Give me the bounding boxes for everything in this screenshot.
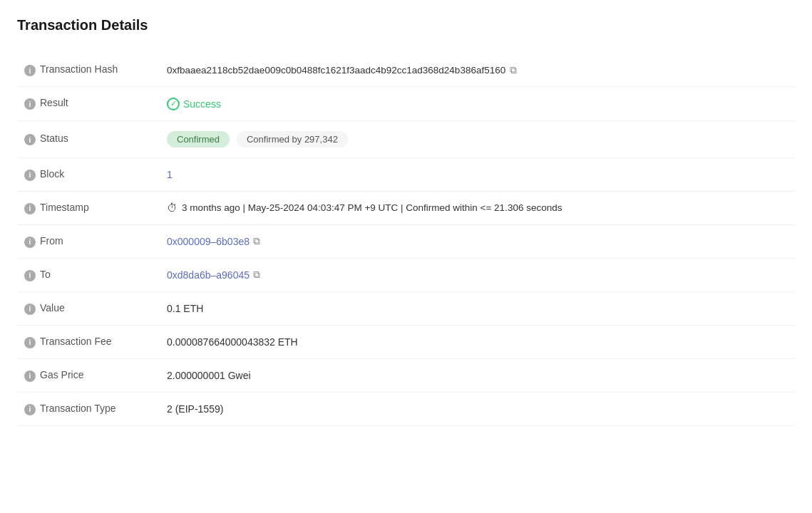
page-title: Transaction Details [17,17,795,33]
label-text-to: To [40,269,51,280]
confirmed-badge: Confirmed [167,131,230,147]
address-text-to: 0xd8da6b–a96045 [167,269,250,281]
label-text-value: Value [40,302,65,314]
value-cell-gas-price: 2.000000001 Gwei [160,358,795,392]
label-text-transaction-hash: Transaction Hash [40,63,118,75]
copy-address-icon-to[interactable]: ⧉ [253,269,260,281]
table-row: i Status Confirmed Confirmed by 297,342 [17,120,795,157]
timestamp-wrapper: ⏱ 3 months ago | May-25-2024 04:03:47 PM… [167,202,788,214]
info-icon-result: i [24,98,36,110]
value-cell-transaction-hash: 0xfbaaea2118cb52dae009c0b0488fc1621f3aad… [160,53,795,87]
info-icon-gas-price: i [24,370,36,382]
address-text-from: 0x000009–6b03e8 [167,236,250,247]
label-cell-result: i Result [17,87,160,121]
success-badge: ✓ Success [167,98,221,110]
details-table: i Transaction Hash 0xfbaaea2118cb52dae00… [17,53,795,426]
label-cell-transaction-fee: i Transaction Fee [17,325,160,358]
label-text-from: From [40,235,63,247]
info-icon-status: i [24,134,36,145]
value-cell-to: 0xd8da6b–a96045 ⧉ [160,258,795,291]
block-link[interactable]: 1 [167,169,173,180]
table-row: i To 0xd8da6b–a96045 ⧉ [17,258,795,291]
label-text-transaction-fee: Transaction Fee [40,336,112,347]
value-cell-transaction-fee: 0.000087664000043832 ETH [160,325,795,358]
table-row: i Transaction Type 2 (EIP-1559) [17,392,795,425]
copy-address-icon-from[interactable]: ⧉ [253,235,260,247]
info-icon-timestamp: i [24,203,36,214]
plain-value-transaction-type: 2 (EIP-1559) [167,403,223,415]
label-cell-status: i Status [17,120,160,157]
value-cell-status: Confirmed Confirmed by 297,342 [160,120,795,157]
success-check-icon: ✓ [167,98,180,110]
table-row: i From 0x000009–6b03e8 ⧉ [17,224,795,258]
info-icon-transaction-hash: i [24,65,36,76]
label-cell-timestamp: i Timestamp [17,191,160,224]
table-row: i Timestamp ⏱ 3 months ago | May-25-2024… [17,191,795,224]
value-cell-from: 0x000009–6b03e8 ⧉ [160,224,795,258]
address-link-to[interactable]: 0xd8da6b–a96045 ⧉ [167,269,260,281]
table-row: i Value 0.1 ETH [17,291,795,325]
label-text-status: Status [40,133,68,144]
label-text-transaction-type: Transaction Type [40,403,116,414]
plain-value-transaction-fee: 0.000087664000043832 ETH [167,336,298,348]
value-cell-transaction-type: 2 (EIP-1559) [160,392,795,425]
label-cell-to: i To [17,258,160,291]
label-cell-from: i From [17,224,160,258]
info-icon-value: i [24,304,36,315]
label-cell-block: i Block [17,157,160,191]
label-text-gas-price: Gas Price [40,369,83,380]
value-cell-value: 0.1 ETH [160,291,795,325]
label-text-block: Block [40,168,64,180]
status-wrapper: Confirmed Confirmed by 297,342 [167,131,788,147]
table-row: i Transaction Fee 0.000087664000043832 E… [17,325,795,358]
table-row: i Block 1 [17,157,795,191]
label-cell-value: i Value [17,291,160,325]
clock-icon: ⏱ [167,202,178,214]
label-text-timestamp: Timestamp [40,202,89,213]
info-icon-from: i [24,237,36,248]
table-row: i Result ✓ Success [17,87,795,121]
copy-icon[interactable]: ⧉ [510,64,517,76]
label-cell-gas-price: i Gas Price [17,358,160,392]
info-icon-block: i [24,170,36,181]
info-icon-transaction-fee: i [24,337,36,348]
confirmed-by-badge: Confirmed by 297,342 [237,131,348,147]
label-cell-transaction-type: i Transaction Type [17,392,160,425]
hash-text: 0xfbaaea2118cb52dae009c0b0488fc1621f3aad… [167,65,505,76]
plain-value-value: 0.1 ETH [167,303,203,314]
label-text-result: Result [40,97,68,108]
table-row: i Transaction Hash 0xfbaaea2118cb52dae00… [17,53,795,87]
success-text: Success [183,98,221,110]
info-icon-to: i [24,270,36,281]
value-cell-block: 1 [160,157,795,191]
plain-value-gas-price: 2.000000001 Gwei [167,370,251,381]
hash-value: 0xfbaaea2118cb52dae009c0b0488fc1621f3aad… [167,64,788,76]
address-link-from[interactable]: 0x000009–6b03e8 ⧉ [167,235,260,247]
value-cell-result: ✓ Success [160,87,795,121]
timestamp-text: 3 months ago | May-25-2024 04:03:47 PM +… [182,202,562,213]
table-row: i Gas Price 2.000000001 Gwei [17,358,795,392]
label-cell-transaction-hash: i Transaction Hash [17,53,160,87]
info-icon-transaction-type: i [24,404,36,415]
value-cell-timestamp: ⏱ 3 months ago | May-25-2024 04:03:47 PM… [160,191,795,224]
